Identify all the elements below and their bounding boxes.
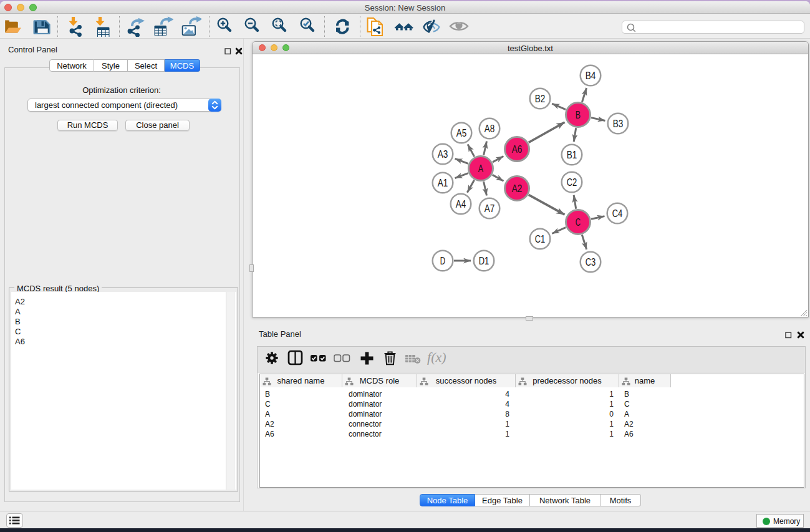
svg-text:B3: B3 [613, 118, 624, 129]
svg-text:A6: A6 [512, 144, 523, 155]
svg-text:A2: A2 [512, 183, 523, 194]
svg-text:C2: C2 [567, 177, 577, 188]
svg-text:A7: A7 [485, 203, 495, 214]
svg-text:D: D [440, 256, 445, 266]
svg-text:A5: A5 [456, 128, 467, 138]
svg-text:B4: B4 [586, 70, 596, 81]
svg-text:D1: D1 [479, 256, 489, 266]
svg-text:C1: C1 [535, 234, 546, 244]
svg-text:A1: A1 [438, 178, 448, 188]
svg-text:C3: C3 [586, 257, 596, 268]
svg-text:B: B [576, 110, 581, 120]
svg-text:A: A [478, 163, 484, 174]
svg-text:A3: A3 [438, 149, 448, 160]
svg-text:B1: B1 [567, 150, 577, 160]
svg-text:C: C [576, 217, 581, 228]
svg-text:C4: C4 [612, 208, 623, 219]
svg-text:A8: A8 [485, 123, 495, 134]
svg-text:B2: B2 [535, 94, 546, 104]
svg-text:A4: A4 [456, 199, 466, 210]
